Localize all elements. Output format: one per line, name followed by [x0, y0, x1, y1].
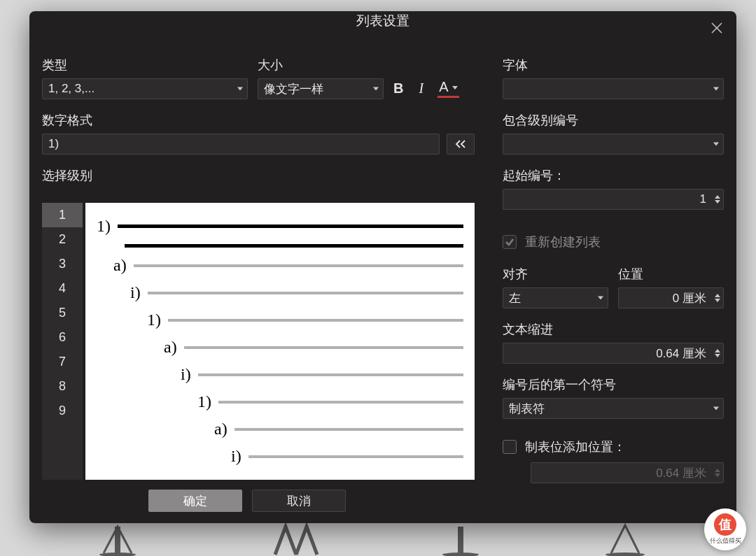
- caret-down-icon: [715, 473, 720, 477]
- start-number-input[interactable]: 1: [503, 189, 724, 210]
- watermark-text: 什么值得买: [710, 536, 741, 546]
- size-select[interactable]: 像文字一样: [258, 78, 384, 99]
- italic-button[interactable]: I: [419, 80, 424, 97]
- symbol-after-value: 制表符: [509, 401, 545, 417]
- tab-position-value: 0.64 厘米: [537, 465, 706, 481]
- caret-up-icon[interactable]: [715, 349, 720, 352]
- dialog-titlebar: 列表设置: [29, 11, 736, 30]
- close-button[interactable]: [707, 18, 727, 38]
- preview-bar: [248, 455, 463, 458]
- preview-line: i): [97, 447, 463, 466]
- type-label: 类型: [42, 57, 248, 73]
- alignment-label: 对齐: [503, 266, 608, 283]
- watermark-badge: 值: [714, 513, 736, 536]
- caret-down-icon[interactable]: [715, 200, 720, 204]
- cancel-button[interactable]: 取消: [252, 490, 346, 512]
- tab-position-checkbox[interactable]: [503, 440, 517, 454]
- level-item-4[interactable]: 4: [42, 276, 83, 301]
- recreate-list-checkbox-row: 重新创建列表: [503, 234, 724, 250]
- preview-bar: [125, 244, 463, 248]
- chevron-down-icon: [237, 87, 243, 91]
- ok-button[interactable]: 确定: [148, 490, 242, 512]
- level-item-1[interactable]: 1: [42, 203, 83, 227]
- preview-bar: [234, 428, 463, 431]
- start-number-value: 1: [509, 192, 706, 206]
- preview-bar: [168, 319, 463, 322]
- collapse-button[interactable]: [447, 134, 475, 155]
- site-watermark: 值 什么值得买: [704, 508, 746, 550]
- level-item-8[interactable]: 8: [42, 374, 83, 399]
- caret-up-icon[interactable]: [715, 195, 720, 199]
- preview-line: a): [97, 338, 463, 357]
- tab-position-checkbox-row[interactable]: 制表位添加位置：: [503, 439, 724, 455]
- select-level-label: 选择级别: [42, 167, 475, 184]
- preview-bar: [118, 224, 463, 228]
- include-level-select[interactable]: [503, 134, 724, 155]
- preview-number: a): [113, 256, 127, 275]
- preview-bar: [218, 401, 463, 404]
- position-input[interactable]: 0 厘米: [618, 287, 724, 308]
- start-number-label: 起始编号：: [503, 167, 724, 184]
- level-item-3[interactable]: 3: [42, 252, 83, 276]
- preview-line: a): [97, 420, 463, 439]
- list-settings-dialog: 列表设置 类型 1, 2, 3,... 大小 像文字一样: [29, 11, 736, 523]
- chevron-down-icon: [452, 86, 458, 90]
- caret-down-icon[interactable]: [715, 354, 720, 357]
- level-list: 123456789: [42, 203, 83, 480]
- font-select[interactable]: [503, 78, 724, 99]
- preview-number: a): [214, 420, 227, 439]
- preview-bar: [148, 292, 463, 294]
- chevron-down-icon: [373, 87, 379, 91]
- dialog-title: 列表设置: [356, 12, 410, 30]
- preview-bar: [134, 264, 463, 267]
- position-value: 0 厘米: [624, 290, 706, 306]
- number-format-label: 数字格式: [42, 112, 440, 129]
- preview-bar: [198, 373, 463, 376]
- preview-line: 1): [97, 392, 463, 411]
- level-item-2[interactable]: 2: [42, 227, 83, 252]
- text-indent-input[interactable]: 0.64 厘米: [503, 343, 724, 364]
- caret-down-icon[interactable]: [715, 299, 720, 302]
- preview-line: a): [97, 256, 463, 275]
- preview-number: a): [164, 338, 177, 357]
- text-indent-label: 文本缩进: [503, 321, 724, 338]
- level-item-7[interactable]: 7: [42, 350, 83, 374]
- chevron-down-icon: [713, 143, 719, 146]
- include-level-label: 包含级别编号: [503, 112, 724, 129]
- position-label: 位置: [618, 266, 724, 283]
- preview-number: i): [231, 447, 241, 466]
- size-label: 大小: [258, 57, 384, 73]
- level-item-6[interactable]: 6: [42, 325, 83, 350]
- preview-number: i): [130, 283, 141, 302]
- symbol-after-select[interactable]: 制表符: [503, 398, 724, 419]
- caret-up-icon[interactable]: [715, 294, 720, 297]
- bold-button[interactable]: B: [393, 80, 403, 97]
- alignment-select[interactable]: 左: [503, 287, 608, 308]
- alignment-value: 左: [509, 290, 521, 306]
- preview-number: i): [181, 365, 191, 384]
- font-color-button[interactable]: A: [439, 79, 458, 97]
- preview-line: i): [97, 365, 463, 384]
- svg-rect-3: [458, 527, 463, 553]
- close-icon: [710, 22, 723, 34]
- preview-line: 1): [97, 217, 463, 236]
- font-label: 字体: [503, 57, 724, 73]
- level-item-5[interactable]: 5: [42, 301, 83, 325]
- level-item-9[interactable]: 9: [42, 399, 83, 423]
- text-indent-value: 0.64 厘米: [509, 345, 706, 362]
- preview-line: [97, 244, 463, 248]
- symbol-after-label: 编号后的第一个符号: [503, 376, 724, 393]
- tab-position-input: 0.64 厘米: [531, 462, 724, 483]
- number-format-value: 1): [48, 137, 59, 151]
- tab-position-label: 制表位添加位置：: [525, 439, 626, 455]
- preview-number: 1): [97, 217, 111, 236]
- type-select[interactable]: 1, 2, 3,...: [42, 78, 248, 99]
- type-value: 1, 2, 3,...: [48, 82, 94, 96]
- chevron-down-icon: [598, 297, 603, 300]
- recreate-list-checkbox: [503, 235, 517, 249]
- list-preview: 1)a)i)1)a)i)1)a)i): [85, 203, 475, 480]
- number-format-input[interactable]: 1): [42, 134, 440, 155]
- preview-number: 1): [197, 392, 211, 411]
- checkmark-icon: [505, 237, 514, 247]
- preview-number: 1): [147, 311, 161, 329]
